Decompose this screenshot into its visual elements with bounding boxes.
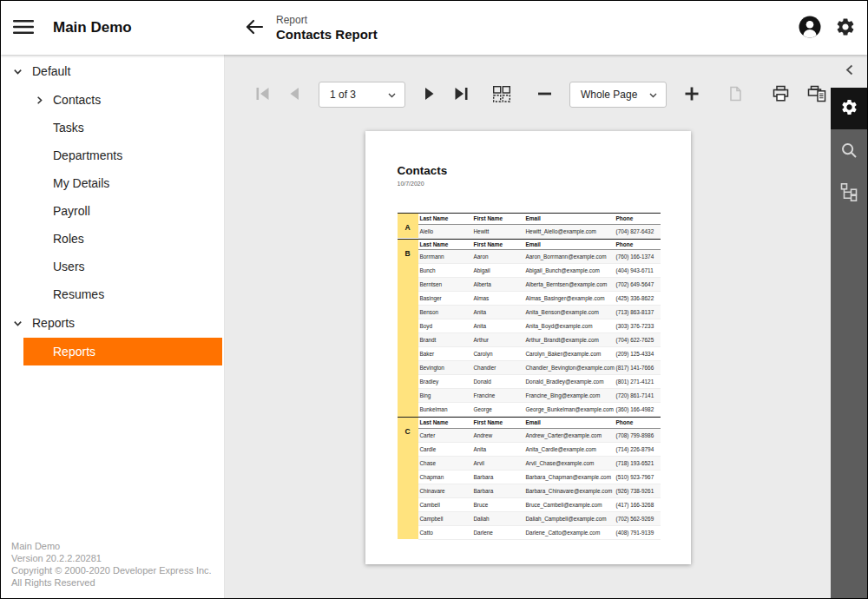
table-row: CardleAnitaAnita_Cardle@example.com(714)… (398, 442, 661, 456)
plus-icon (684, 86, 700, 104)
first-name-cell: Carolyn (472, 347, 524, 361)
table-row: BasingerAlmasAlmas_Basinger@example.com(… (398, 292, 661, 306)
first-name-cell: Arthur (472, 333, 524, 347)
hamburger-icon (13, 19, 34, 37)
sidebar-item-departments[interactable]: Departments (23, 142, 222, 169)
multipage-icon (492, 85, 511, 105)
sidebar-item-resumes[interactable]: Resumes (23, 280, 222, 308)
previous-page-icon (288, 86, 301, 104)
multipage-view-button[interactable] (492, 85, 511, 105)
sidebar-item-reports[interactable]: Reports (23, 338, 222, 365)
last-name-cell: Aiello (418, 224, 472, 238)
last-name-cell: Bunch (418, 264, 472, 278)
phone-cell: (704) 827-6432 (615, 224, 661, 238)
last-name-cell: Chapman (418, 470, 472, 484)
sidebar-group-label: Reports (32, 316, 75, 330)
first-name-cell: Bruce (472, 497, 524, 511)
sidebar-item-payroll[interactable]: Payroll (23, 197, 222, 225)
table-row: BensonAnitaAnita_Benson@example.com(713)… (398, 306, 661, 319)
phone-cell: (926) 738-9261 (615, 484, 661, 497)
table-row: BunkelmanGeorgeGeorge_Bunkelman@example.… (398, 403, 661, 417)
tab-parameters[interactable] (831, 88, 867, 129)
zoom-out-button[interactable] (537, 86, 552, 104)
sidebar-group-default[interactable]: Default (1, 56, 224, 86)
table-header-row: ALast NameFirst NameEmailPhone (398, 214, 661, 225)
table-row: BorrmannAaronAaron_Borrmann@example.com(… (398, 250, 661, 264)
phone-cell: (718) 193-6521 (615, 456, 661, 470)
document-map-icon (840, 183, 858, 204)
first-name-cell: Francine (472, 389, 524, 403)
collapse-panel-button[interactable] (831, 55, 867, 88)
print-button[interactable] (772, 85, 790, 105)
email-cell: Bruce_Cambell@example.com (524, 497, 615, 511)
minus-icon (537, 86, 552, 104)
first-name-cell: Andrew (472, 428, 524, 442)
print-page-button[interactable] (807, 85, 826, 105)
footer-line: All Rights Reserved (11, 576, 212, 589)
tab-search[interactable] (831, 133, 867, 171)
column-header: First Name (472, 239, 524, 250)
phone-cell: (713) 863-8137 (615, 306, 661, 319)
previous-page-button[interactable] (288, 86, 301, 104)
chevron-down-icon (12, 318, 23, 329)
zoom-selector[interactable]: Whole Page (569, 82, 667, 108)
sidebar-group-reports[interactable]: Reports (1, 308, 224, 338)
sidebar-footer: Main DemoVersion 20.2.2.20281Copyright ©… (11, 540, 212, 589)
hamburger-menu-button[interactable] (13, 19, 34, 37)
phone-cell: (209) 125-4334 (615, 347, 661, 361)
phone-cell: (801) 271-4121 (615, 375, 661, 389)
settings-button[interactable] (835, 16, 856, 40)
report-group-B: BLast NameFirst NameEmailPhoneBorrmannAa… (398, 239, 661, 418)
last-name-cell: Boyd (418, 319, 472, 333)
first-page-button[interactable] (254, 86, 271, 104)
side-panel (831, 55, 867, 598)
sidebar-item-label: Contacts (53, 93, 101, 107)
group-letter: C (398, 427, 418, 436)
last-name-cell: Baker (418, 347, 472, 361)
sidebar-item-my-details[interactable]: My Details (23, 169, 222, 197)
last-page-button[interactable] (453, 86, 470, 104)
phone-cell: (720) 861-7141 (615, 389, 661, 403)
page-title: Contacts Report (276, 27, 378, 42)
last-name-cell: Berntsen (418, 278, 472, 292)
last-page-icon (453, 86, 470, 104)
export-button[interactable] (727, 85, 744, 105)
sidebar-item-label: Payroll (53, 204, 90, 218)
zoom-in-button[interactable] (684, 86, 700, 104)
sidebar-item-users[interactable]: Users (23, 253, 222, 280)
chevron-right-icon (34, 95, 46, 106)
sidebar-item-label: Departments (53, 148, 122, 162)
last-name-cell: Chinavare (418, 484, 472, 497)
page-selector[interactable]: 1 of 3 (319, 82, 405, 108)
last-name-cell: Brandt (418, 333, 472, 347)
table-row: AielloHewittHewitt_Aiello@example.com(70… (398, 224, 661, 238)
sidebar-item-label: Resumes (53, 287, 104, 301)
phone-cell: (714) 226-8794 (615, 442, 661, 456)
group-letter-cell: A (398, 214, 418, 239)
tab-document-map[interactable] (831, 174, 867, 213)
report-title: Contacts (398, 164, 659, 177)
first-name-cell: Anita (472, 442, 524, 456)
next-page-icon (423, 86, 436, 104)
account-button[interactable] (798, 15, 822, 42)
back-button[interactable] (245, 18, 264, 38)
page-selector-value: 1 of 3 (330, 89, 356, 101)
email-cell: Aaron_Borrmann@example.com (524, 250, 615, 264)
first-name-cell: Anita (472, 319, 524, 333)
sidebar-item-contacts[interactable]: Contacts (23, 86, 222, 114)
footer-line: Version 20.2.2.20281 (11, 552, 212, 564)
column-header: Last Name (418, 239, 472, 250)
table-row: BakerCarolynCarolyn_Baker@example.com(20… (398, 347, 661, 361)
phone-cell: (708) 799-8986 (615, 428, 661, 442)
last-name-cell: Bing (418, 389, 472, 403)
table-header-row: BLast NameFirst NameEmailPhone (398, 239, 661, 250)
table-row: BerntsenAlbertaAlberta_Berntsen@example.… (398, 278, 661, 292)
chevron-down-icon (388, 89, 396, 101)
sidebar-item-tasks[interactable]: Tasks (23, 114, 222, 142)
email-cell: Carolyn_Baker@example.com (524, 347, 615, 361)
report-page: Contacts 10/7/2020 ALast NameFirst NameE… (365, 131, 691, 564)
next-page-button[interactable] (423, 86, 436, 104)
table-row: BoydAnitaAnita_Boyd@example.com(303) 376… (398, 319, 661, 333)
table-row: BrandtArthurArthur_Brandt@example.com(70… (398, 333, 661, 347)
sidebar-item-roles[interactable]: Roles (23, 225, 222, 253)
